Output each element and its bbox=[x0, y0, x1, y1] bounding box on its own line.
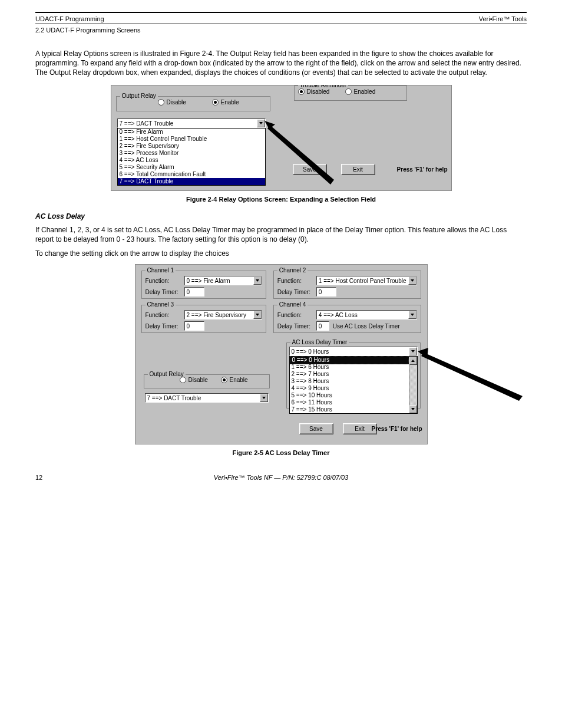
acloss-title: AC Loss Delay Timer bbox=[290, 339, 349, 345]
chevron-down-icon[interactable] bbox=[253, 276, 262, 285]
radio-icon bbox=[180, 377, 186, 383]
figure-ac-loss-delay: Channel 1 Function: 0 ==> Fire Alarm Del… bbox=[135, 264, 428, 444]
channel4-function-combo[interactable]: 4 ==> AC Loss bbox=[316, 310, 417, 319]
dd-option-selected[interactable]: 7 ==> DACT Trouble bbox=[118, 178, 265, 185]
output-relay-combo-value: 7 ==> DACT Trouble bbox=[118, 119, 257, 127]
combo-value: 7 ==> DACT Trouble bbox=[146, 394, 260, 402]
disabled-label: Disabled bbox=[307, 88, 330, 95]
disable-label: Disable bbox=[189, 377, 208, 383]
subhead-ac-loss-delay: AC Loss Delay bbox=[35, 212, 527, 220]
trouble-enabled-radio[interactable]: Enabled bbox=[345, 88, 376, 95]
delay-label: Delay Timer: bbox=[146, 289, 181, 295]
chevron-down-icon[interactable] bbox=[260, 394, 268, 402]
chevron-down-icon[interactable] bbox=[408, 276, 416, 285]
dd-option[interactable]: 6 ==> Total Communication Fault bbox=[118, 171, 265, 178]
trouble-disabled-radio[interactable]: Disabled bbox=[298, 88, 330, 95]
dd-option[interactable]: 6 ==> 11 Hours bbox=[290, 399, 409, 406]
figure1-caption: Figure 2-4 Relay Options Screen: Expandi… bbox=[35, 196, 527, 203]
chevron-down-icon[interactable] bbox=[409, 347, 417, 355]
header-right: Veri•Fire™ Tools bbox=[479, 15, 527, 22]
svg-marker-1 bbox=[267, 125, 334, 185]
paragraph-ac-loss-b: To change the setting click on the arrow… bbox=[35, 249, 527, 258]
paragraph-ac-loss-a: If Channel 1, 2, 3, or 4 is set to AC Lo… bbox=[35, 225, 527, 244]
channel1-title: Channel 1 bbox=[146, 267, 176, 274]
combo-value: 0 ==> 0 Hours bbox=[290, 347, 409, 355]
function-label: Function: bbox=[146, 278, 181, 284]
function-label: Function: bbox=[146, 312, 181, 318]
dd-option[interactable]: 3 ==> 8 Hours bbox=[290, 378, 409, 385]
page-number: 12 bbox=[35, 474, 59, 481]
delay-label: Delay Timer: bbox=[277, 323, 313, 330]
output-relay-combo[interactable]: 7 ==> DACT Trouble bbox=[117, 118, 266, 128]
dd-option[interactable]: 0 ==> Fire Alarm bbox=[118, 129, 265, 136]
dd-option-selected[interactable]: 0 ==> 0 Hours bbox=[290, 356, 409, 364]
save-button[interactable]: Save bbox=[299, 423, 333, 434]
output-relay-disable-radio[interactable]: Disable bbox=[158, 99, 186, 106]
delay-label: Delay Timer: bbox=[277, 289, 313, 295]
figure-relay-options: Output Relay Disable Enable 7 ==> DACT T… bbox=[111, 85, 452, 191]
channel4-title: Channel 4 bbox=[277, 301, 308, 308]
radio-icon bbox=[345, 88, 352, 95]
output-relay-combo-2[interactable]: 7 ==> DACT Trouble bbox=[145, 393, 269, 403]
channel2-title: Channel 2 bbox=[277, 267, 308, 274]
paragraph-relay-options: A typical Relay Options screen is illust… bbox=[35, 49, 527, 78]
dd-option[interactable]: 2 ==> 7 Hours bbox=[290, 371, 409, 378]
combo-value: 0 ==> Fire Alarm bbox=[185, 276, 253, 285]
channel3-title: Channel 3 bbox=[146, 301, 176, 308]
function-label: Function: bbox=[277, 278, 313, 284]
output-relay-disable-radio[interactable]: Disable bbox=[180, 377, 208, 383]
chevron-down-icon[interactable] bbox=[257, 119, 265, 127]
enabled-label: Enabled bbox=[354, 88, 376, 95]
dd-option[interactable]: 4 ==> 9 Hours bbox=[290, 385, 409, 392]
enable-label: Enable bbox=[230, 377, 248, 383]
channel2-delay-input[interactable]: 0 bbox=[316, 287, 336, 297]
svg-marker-0 bbox=[265, 121, 275, 129]
channel3-delay-input[interactable]: 0 bbox=[184, 321, 204, 331]
radio-icon bbox=[221, 377, 227, 383]
section-line: 2.2 UDACT-F Programming Screens bbox=[35, 24, 527, 34]
combo-value: 1 ==> Host Control Panel Trouble bbox=[317, 276, 408, 285]
channel3-function-combo[interactable]: 2 ==> Fire Supervisory bbox=[184, 310, 262, 319]
radio-icon bbox=[298, 88, 305, 95]
dd-option[interactable]: 5 ==> Security Alarm bbox=[118, 164, 265, 171]
dd-option[interactable]: 3 ==> Process Monitor bbox=[118, 150, 265, 157]
dd-option[interactable]: 7 ==> 15 Hours bbox=[290, 406, 409, 413]
output-relay-group-title: Output Relay bbox=[120, 93, 158, 99]
help-label: Press 'F1' for help bbox=[372, 426, 422, 432]
help-label: Press 'F1' for help bbox=[397, 166, 448, 173]
dd-option[interactable]: 2 ==> Fire Supervisory bbox=[118, 143, 265, 150]
output-relay-enable-radio[interactable]: Enable bbox=[212, 99, 239, 106]
chevron-down-icon[interactable] bbox=[253, 311, 262, 319]
scroll-down-icon[interactable] bbox=[409, 405, 417, 413]
acloss-combo[interactable]: 0 ==> 0 Hours bbox=[289, 347, 418, 356]
exit-button[interactable]: Exit bbox=[341, 164, 375, 175]
dd-option[interactable]: 1 ==> 6 Hours bbox=[290, 364, 409, 371]
radio-icon bbox=[212, 99, 219, 106]
channel1-delay-input[interactable]: 0 bbox=[184, 287, 204, 297]
enable-label: Enable bbox=[221, 99, 239, 106]
pointer-arrow-icon bbox=[265, 121, 341, 186]
header-left: UDACT-F Programming bbox=[35, 15, 104, 22]
channel4-delay-input[interactable]: 0 bbox=[316, 321, 329, 331]
dd-option[interactable]: 5 ==> 10 Hours bbox=[290, 392, 409, 399]
delay-label: Delay Timer: bbox=[146, 323, 181, 330]
channel4-delay-note: Use AC Loss Delay Timer bbox=[333, 323, 400, 330]
svg-marker-3 bbox=[421, 353, 523, 401]
save-button[interactable]: Save bbox=[293, 164, 327, 175]
pointer-arrow-icon bbox=[418, 348, 524, 401]
function-label: Function: bbox=[277, 312, 313, 318]
disable-label: Disable bbox=[167, 99, 186, 106]
dropdown-scrollbar[interactable] bbox=[409, 357, 417, 413]
dd-option[interactable]: 4 ==> AC Loss bbox=[118, 157, 265, 164]
scroll-up-icon[interactable] bbox=[409, 357, 417, 365]
channel2-function-combo[interactable]: 1 ==> Host Control Panel Trouble bbox=[316, 276, 417, 285]
chevron-down-icon[interactable] bbox=[408, 311, 416, 319]
footer-center: Veri•Fire™ Tools NF — P/N: 52799:C 08/07… bbox=[59, 474, 503, 481]
channel1-function-combo[interactable]: 0 ==> Fire Alarm bbox=[184, 276, 262, 285]
combo-value: 4 ==> AC Loss bbox=[317, 311, 408, 319]
radio-icon bbox=[158, 99, 164, 106]
combo-value: 2 ==> Fire Supervisory bbox=[185, 311, 253, 319]
output-relay-enable-radio[interactable]: Enable bbox=[221, 377, 248, 383]
dd-option[interactable]: 1 ==> Host Control Panel Trouble bbox=[118, 136, 265, 143]
figure2-caption: Figure 2-5 AC Loss Delay Timer bbox=[35, 449, 527, 456]
